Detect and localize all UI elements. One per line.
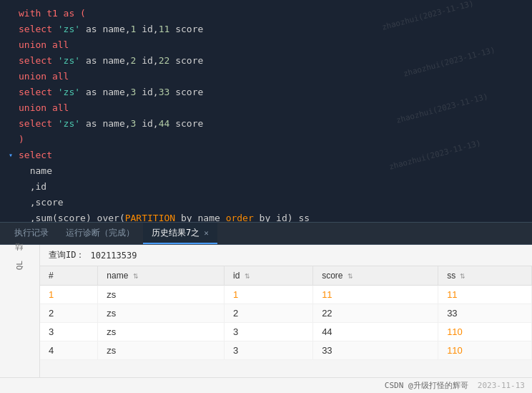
- tab-execution-history[interactable]: 执行记录: [6, 223, 57, 244]
- col-label: name: [107, 271, 128, 281]
- cell-value: 44: [322, 326, 332, 337]
- code-line-4: select 'zs' as name,2 id,22 score: [9, 53, 523, 69]
- code-token: select: [19, 55, 58, 66]
- code-token: ,id: [19, 181, 46, 192]
- code-token: by name: [175, 213, 225, 222]
- cell-value: zs: [107, 308, 116, 319]
- cell-value: 2: [233, 308, 238, 319]
- code-token: name: [19, 165, 52, 176]
- code-token: 44: [159, 118, 170, 129]
- code-token: score: [169, 24, 203, 34]
- col-header-name[interactable]: name ⇅: [98, 266, 225, 286]
- code-token: 11: [159, 24, 170, 34]
- tab-label: 执行记录: [14, 227, 49, 239]
- code-line-13: ,score: [9, 195, 523, 210]
- sort-icon: ⇅: [460, 273, 466, 280]
- code-content: ): [19, 132, 523, 147]
- cell-value: 33: [447, 308, 457, 319]
- code-token: as name,: [80, 87, 130, 97]
- line-arrow: ▾: [9, 147, 19, 163]
- code-token: score: [169, 118, 203, 129]
- watermark-date: 2023-11-13: [478, 381, 525, 390]
- cell-id: 3: [225, 323, 313, 341]
- code-content: with t1 as (: [19, 6, 523, 21]
- cell-value: 4: [49, 345, 54, 356]
- code-token: id,: [136, 87, 158, 97]
- cell-value: 1: [49, 289, 54, 300]
- code-token: by id) ss: [254, 213, 310, 222]
- cell-id: 2: [225, 304, 313, 323]
- query-id-label: 查询ID：: [49, 249, 84, 261]
- code-token: as name,: [80, 24, 130, 34]
- code-token: id,: [136, 24, 158, 34]
- cell-name: zs: [98, 286, 225, 304]
- cell-value: 3: [233, 345, 238, 356]
- tab-diagnostics[interactable]: 运行诊断（完成）: [57, 223, 143, 244]
- table-body: 1 zs 1 11 11 2 zs 2 22 33: [40, 286, 532, 360]
- code-token: 'zs': [58, 55, 80, 66]
- code-token: select: [19, 87, 58, 97]
- code-line-12: ,id: [9, 179, 523, 195]
- code-content: union all: [19, 69, 523, 84]
- code-token: union all: [19, 39, 69, 50]
- tab-history-results[interactable]: 历史结果7之 ✕: [143, 223, 217, 244]
- code-token: ,sum(score) over(: [19, 213, 125, 222]
- code-content: ,score: [19, 195, 523, 210]
- col-header-ss[interactable]: ss ⇅: [438, 266, 532, 286]
- table-row: 2 zs 2 22 33: [40, 304, 532, 323]
- code-token: id,: [136, 118, 158, 129]
- code-token: union all: [19, 102, 69, 113]
- code-token: select: [19, 118, 58, 129]
- code-token: with t1 as (: [19, 8, 86, 19]
- sort-icon: ⇅: [133, 273, 139, 280]
- sidebar-label-2: QL: [15, 261, 24, 270]
- cell-rownum: 2: [40, 304, 98, 323]
- code-token: score: [169, 87, 203, 97]
- tab-label: 历史结果7之: [152, 227, 200, 239]
- code-token: ,score: [19, 197, 64, 208]
- tab-label: 运行诊断（完成）: [66, 227, 134, 239]
- code-content: select 'zs' as name,3 id,44 score: [19, 116, 523, 132]
- cell-rownum: 1: [40, 286, 98, 304]
- sidebar-panel: 结 QL: [0, 245, 40, 393]
- code-token: 33: [159, 87, 170, 97]
- code-content: select 'zs' as name,3 id,33 score: [19, 84, 523, 100]
- col-header-id[interactable]: id ⇅: [225, 266, 313, 286]
- cell-value: 3: [233, 326, 238, 337]
- code-token: as name,: [80, 55, 130, 66]
- cell-ss: 110: [438, 341, 532, 360]
- cell-value: zs: [107, 326, 116, 337]
- col-label: #: [49, 271, 54, 281]
- cell-value: zs: [107, 345, 116, 356]
- code-token: union all: [19, 71, 69, 82]
- cell-id: 1: [225, 286, 313, 304]
- col-header-score[interactable]: score ⇅: [313, 266, 438, 286]
- code-token: id,: [136, 55, 158, 66]
- cell-value: 110: [447, 345, 463, 356]
- app-container: with t1 as ( select 'zs' as name,1 id,11…: [0, 0, 532, 393]
- code-editor: with t1 as ( select 'zs' as name,1 id,11…: [0, 0, 532, 222]
- code-content: union all: [19, 100, 523, 116]
- sort-icon: ⇅: [245, 273, 250, 280]
- tab-close-icon[interactable]: ✕: [204, 228, 209, 238]
- code-line-10: ▾ select: [9, 147, 523, 163]
- code-line-5: union all: [9, 69, 523, 84]
- cell-score: 44: [313, 323, 438, 341]
- table-row: 3 zs 3 44 110: [40, 323, 532, 341]
- col-header-num: #: [40, 266, 98, 286]
- code-token: 'zs': [58, 118, 80, 129]
- cell-value: 22: [322, 308, 332, 319]
- code-content: name: [19, 163, 523, 179]
- query-id-value: 102113539: [90, 251, 137, 261]
- code-line-9: ): [9, 132, 523, 147]
- code-line-14: ,sum(score) over(PARTITION by name order…: [9, 210, 523, 222]
- code-token: PARTITION: [125, 213, 175, 222]
- code-line-2: select 'zs' as name,1 id,11 score: [9, 21, 523, 37]
- code-token: ): [19, 134, 24, 145]
- code-content: ,id: [19, 179, 523, 195]
- cell-value: 110: [447, 326, 463, 337]
- cell-ss: 33: [438, 304, 532, 323]
- code-content: select: [19, 147, 523, 163]
- code-line-7: union all: [9, 100, 523, 116]
- col-label: ss: [447, 271, 455, 281]
